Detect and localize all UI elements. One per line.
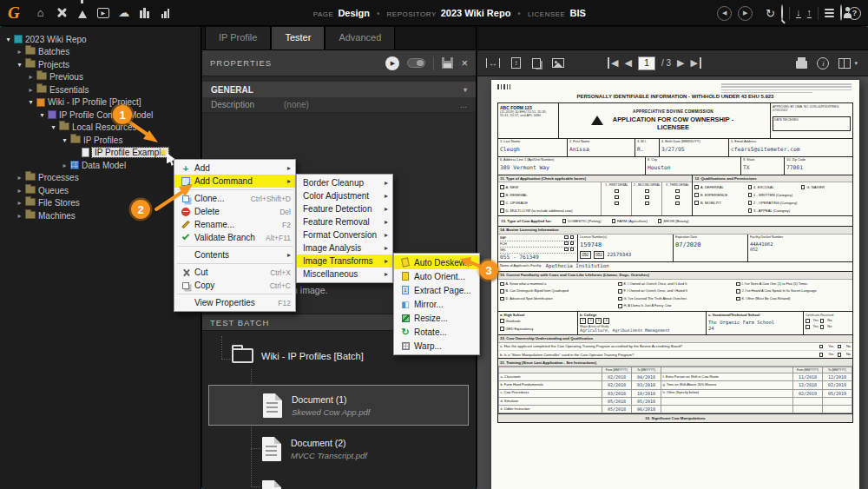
stats-icon[interactable] <box>156 0 175 26</box>
viewer-canvas[interactable]: PERSONALLY IDENTIFIABLE INFORMATION - WI… <box>477 76 868 489</box>
expander-icon[interactable]: ▸ <box>15 187 24 195</box>
layout-dropdown-icon[interactable]: ▾ <box>854 60 858 67</box>
save-icon[interactable] <box>442 57 453 69</box>
fit-page-icon[interactable]: ↕ <box>511 57 521 69</box>
context-menu-item-add[interactable]: + Add ▸ <box>174 162 295 175</box>
run-test-button[interactable]: ▶ <box>385 56 399 70</box>
tree-item-projects[interactable]: ▾ Projects <box>0 58 201 71</box>
general-section-header[interactable]: GENERAL ▾ <box>202 82 476 97</box>
library-icon[interactable] <box>135 0 155 26</box>
user-account-icon[interactable] <box>840 5 842 21</box>
next-page-icon[interactable]: ▶ <box>677 57 684 69</box>
tree-item-previous[interactable]: ▸ Previous <box>0 71 201 84</box>
submenu-item-feature-detection[interactable]: Feature Detection▸ <box>297 202 392 215</box>
submenu-item-feature-removal[interactable]: Feature Removal▸ <box>297 215 392 228</box>
submenu-item-extract-page[interactable]: 1Extract Page... <box>394 283 479 297</box>
repository-selector[interactable]: 2023 Wiki Repo <box>441 8 511 18</box>
ellipsis-button[interactable]: ... <box>460 100 467 109</box>
tab-tester[interactable]: Tester <box>271 27 325 50</box>
submenu-item-format-conversion[interactable]: Format Conversion▸ <box>297 228 392 241</box>
tools-icon[interactable] <box>52 0 71 26</box>
tree-item-project-wiki-ip-profile[interactable]: ▾ Wiki - IP Profile [Project] <box>0 96 201 109</box>
batch-folder-row[interactable]: Wiki - IP Profiles [Batch] <box>232 348 364 363</box>
expander-icon[interactable]: ▸ <box>15 212 24 220</box>
view-layout-icon[interactable] <box>838 58 851 69</box>
expander-icon[interactable]: ▸ <box>15 48 24 56</box>
submenu-item-image-transforms[interactable]: Image Transforms▸ <box>297 254 392 268</box>
tab-ip-profile[interactable]: IP Profile <box>205 27 271 50</box>
auto-deskew-icon <box>401 257 410 267</box>
context-menu-item-rename[interactable]: Rename... F2 <box>174 218 295 231</box>
submenu-item-color-adjustment[interactable]: Color Adjustment▸ <box>297 189 392 202</box>
tree-item-batches[interactable]: ▸ Batches <box>0 46 201 59</box>
submenu-item-image-analysis[interactable]: Image Analysis▸ <box>297 241 392 254</box>
context-menu-item-contents[interactable]: Contents ▸ <box>174 248 295 261</box>
submenu-item-resize[interactable]: Resize... <box>394 311 479 325</box>
thumbnails-icon[interactable] <box>532 58 541 69</box>
expander-icon[interactable]: ▾ <box>15 61 24 69</box>
expander-icon[interactable]: ▸ <box>15 199 24 207</box>
tree-item-ip-profile-content-model[interactable]: ▾ IP Profile Content Model <box>0 109 201 122</box>
repository-stack-icon[interactable] <box>825 9 834 18</box>
document-icon <box>262 480 281 489</box>
checkbox <box>819 345 824 349</box>
last-page-icon[interactable]: ▶ <box>691 57 701 69</box>
tree-item-essentials[interactable]: ▸ Essentials <box>0 83 201 96</box>
context-menu-item-view-properties[interactable]: View Properties F12 <box>174 296 295 309</box>
tree-item-ip-profiles[interactable]: ▾ IP Profiles <box>0 134 201 147</box>
first-page-icon[interactable]: ◀ <box>608 57 618 69</box>
submenu-item-rotate[interactable]: ↻Rotate... <box>394 325 479 339</box>
print-icon[interactable] <box>796 61 807 69</box>
page-number-input[interactable]: 1 <box>638 56 655 70</box>
extract-page-icon: 1 <box>402 286 409 294</box>
licensee-value: BIS <box>569 8 585 18</box>
expander-icon[interactable]: ▸ <box>60 162 69 169</box>
batch-document-row-3[interactable] <box>208 472 469 489</box>
field-vocational-school: The Organic Farm School <box>708 320 801 326</box>
expander-icon[interactable]: ▸ <box>15 174 24 182</box>
field-city: Houston <box>648 164 739 171</box>
fit-width-icon[interactable]: ↔ <box>486 58 500 68</box>
info-icon[interactable]: i <box>817 57 829 69</box>
expander-icon[interactable]: ▾ <box>37 111 47 119</box>
page-selector[interactable]: Design <box>338 8 370 18</box>
description-property-row[interactable]: Description (none) ... <box>202 97 476 113</box>
context-menu-item-copy[interactable]: Copy Ctrl+C <box>174 279 295 292</box>
submenu-item-warp[interactable]: Warp... <box>394 339 479 353</box>
upload-icon[interactable]: ↑ <box>807 8 812 18</box>
expander-icon[interactable]: ▾ <box>49 123 58 131</box>
flask-icon[interactable] <box>73 0 92 26</box>
checkbox <box>748 201 753 205</box>
media-play-icon[interactable]: ▶ <box>94 0 113 26</box>
home-icon[interactable]: ⌂ <box>31 0 50 26</box>
batch-document-row-1[interactable]: Document (1) Skewed Cow App.pdf <box>208 385 469 426</box>
back-button[interactable]: ◀ <box>717 6 732 21</box>
download-icon[interactable]: ↓ <box>796 8 801 18</box>
expander-icon[interactable]: ▾ <box>26 98 36 106</box>
cloud-icon[interactable]: ☁ <box>115 0 134 26</box>
field-state: TX <box>743 164 782 171</box>
context-menu-item-cut[interactable]: Cut Ctrl+X <box>174 266 295 279</box>
tree-item-local-resources[interactable]: ▾ Local Resources <box>0 122 201 135</box>
tree-item-repo[interactable]: ▾ 2023 Wiki Repo <box>0 33 201 46</box>
close-icon[interactable]: × <box>461 57 468 69</box>
expander-icon[interactable]: ▸ <box>26 73 36 81</box>
batch-document-row-2[interactable]: Document (2) MVCC Transcript.pdf <box>208 428 469 469</box>
search-icon[interactable] <box>781 5 783 21</box>
submenu-item-mirror[interactable]: ◧Mirror... <box>394 297 479 311</box>
image-view-icon[interactable] <box>552 58 564 68</box>
context-menu-item-validate-branch[interactable]: Validate Branch Alt+F11 <box>174 231 295 244</box>
submenu-item-miscellaneous[interactable]: Miscellaneous▸ <box>297 268 392 281</box>
previous-page-icon[interactable]: ◀ <box>624 57 631 69</box>
tab-advanced[interactable]: Advanced <box>325 27 395 50</box>
forward-button[interactable]: ▶ <box>738 6 753 21</box>
refresh-icon[interactable]: ↻ <box>766 7 775 20</box>
expander-icon[interactable]: ▸ <box>26 86 36 94</box>
toggle-switch[interactable] <box>407 58 425 68</box>
expander-icon[interactable]: ▾ <box>3 36 13 43</box>
expander-icon[interactable]: ▾ <box>60 136 69 144</box>
annotation-arrow-2 <box>146 179 200 215</box>
checkbox <box>675 195 680 200</box>
checkbox <box>500 289 504 294</box>
submenu-item-border-cleanup[interactable]: Border Cleanup▸ <box>297 176 392 189</box>
